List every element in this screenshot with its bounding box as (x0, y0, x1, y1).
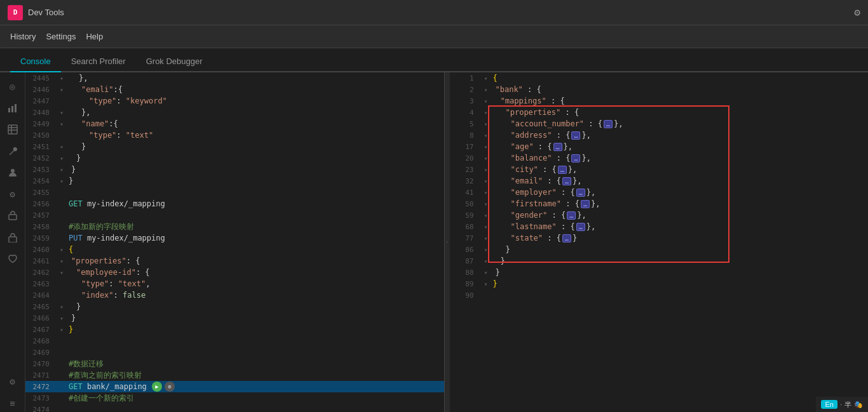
table-row: 2458 #添加新的字段映射 (25, 221, 444, 232)
right-code-area: 1 ▾ { 2 ▾ "bank" : { 3 ▾ "mappings" : { (450, 72, 869, 412)
table-row: 2448 ▾ }, (25, 107, 444, 118)
bottom-bar: En · 半 🎭 (816, 397, 868, 412)
menu-bar: History Settings Help (0, 25, 868, 48)
sidebar-icon-search[interactable]: ◎ (4, 77, 22, 95)
table-row: 2455 (25, 187, 444, 198)
table-row: 20 ▾ "balance" : {…}, (450, 152, 869, 164)
editor-splitter[interactable]: · (445, 72, 450, 412)
svg-rect-0 (8, 108, 10, 112)
sidebar-icon-wrench[interactable] (4, 142, 22, 160)
table-row: 50 ▾ "firstname" : {…}, (450, 198, 869, 209)
table-row: 2466 ▾ } (25, 312, 444, 324)
editors-container: 2445 ▾ }, 2446 ▾ "emali":{ 2447 "type": … (25, 72, 868, 412)
sidebar-icon-heart[interactable] (4, 250, 22, 268)
line-actions: ▶ ⊙ (152, 382, 175, 392)
main-layout: ◎ ⚙ ⚙ ≡ 2445 (0, 72, 868, 412)
table-row: 77 ▾ "state" : {…} (450, 232, 869, 244)
svg-rect-8 (9, 215, 17, 220)
sidebar-icon-lock[interactable] (4, 229, 22, 246)
half-width-label: 半 (844, 400, 851, 409)
table-row: 2464 "index": false (25, 289, 444, 301)
right-editor[interactable]: 1 ▾ { 2 ▾ "bank" : { 3 ▾ "mappings" : { (450, 72, 869, 412)
table-row: 2445 ▾ }, (25, 72, 444, 84)
settings-gear-icon[interactable]: ⚙ (854, 6, 860, 18)
table-row: 41 ▾ "employer" : {…}, (450, 187, 869, 198)
sidebar-icon-gear[interactable]: ⚙ (4, 185, 22, 203)
menu-settings[interactable]: Settings (46, 32, 76, 41)
tab-console[interactable]: Console (10, 51, 61, 72)
svg-rect-3 (8, 125, 17, 134)
sidebar-icon-user[interactable] (4, 164, 22, 182)
table-row: 3 ▾ "mappings" : { (450, 95, 869, 107)
run-button[interactable]: ▶ (152, 382, 162, 392)
sidebar-icon-plugin[interactable] (4, 207, 22, 225)
table-row: 2468 (25, 335, 444, 347)
svg-rect-2 (15, 104, 17, 112)
table-row: 2 ▾ "bank" : { (450, 84, 869, 95)
top-bar: D Dev Tools ⚙ (0, 0, 868, 25)
sidebar-icon-settings-bottom[interactable]: ⚙ (4, 373, 22, 390)
table-row: 2474 (25, 404, 444, 412)
table-row: 2454 ▾ } (25, 175, 444, 187)
table-row: 86 ▾ } (450, 244, 869, 255)
table-row: 2449 ▾ "name":{ (25, 118, 444, 130)
svg-rect-1 (11, 106, 13, 112)
table-row: 2452 ▾ } (25, 152, 444, 164)
svg-rect-9 (9, 237, 17, 243)
left-code-area: 2445 ▾ }, 2446 ▾ "emali":{ 2447 "type": … (25, 72, 444, 412)
left-editor[interactable]: 2445 ▾ }, 2446 ▾ "emali":{ 2447 "type": … (25, 72, 445, 412)
table-row: 89 ▾ } (450, 278, 869, 289)
table-row: 2457 (25, 209, 444, 221)
table-row: 88 ▾ } (450, 267, 869, 278)
table-row: 2469 (25, 347, 444, 358)
table-row: 2467 ▾ } (25, 324, 444, 335)
table-row: 68 ▾ "lastname" : {…}, (450, 221, 869, 232)
table-row: 4 ▾ "properties" : { (450, 107, 869, 118)
table-row: 2471 #查询之前的索引映射 (25, 369, 444, 381)
emoji-icon: 🎭 (854, 401, 863, 409)
tabs-bar: Console Search Profiler Grok Debugger (0, 48, 868, 72)
table-row: 2473 #创建一个新的索引 (25, 392, 444, 404)
menu-history[interactable]: History (10, 32, 36, 41)
tab-search-profiler[interactable]: Search Profiler (61, 51, 136, 72)
app-icon-letter: D (13, 8, 18, 17)
sidebar-icon-table[interactable] (4, 121, 22, 138)
table-row: 2461 ▾ "properties": { (25, 255, 444, 267)
table-row: 2472 GET bank/_mapping ▶ ⊙ (25, 381, 444, 392)
app-title: Dev Tools (28, 8, 854, 17)
table-row: 2446 ▾ "emali":{ (25, 84, 444, 95)
info-button[interactable]: ⊙ (165, 382, 175, 392)
table-row: 23 ▾ "city" : {…}, (450, 164, 869, 175)
table-row: 2462 ▾ "employee-id": { (25, 267, 444, 278)
table-row: 90 (450, 289, 869, 301)
sidebar-icon-chart[interactable] (4, 99, 22, 117)
table-row: 1 ▾ { (450, 72, 869, 84)
language-badge[interactable]: En (821, 400, 837, 409)
table-row: 8 ▾ "address" : {…}, (450, 130, 869, 141)
table-row: 2450 "type": "text" (25, 130, 444, 141)
table-row: 2451 ▾ } (25, 141, 444, 152)
menu-help[interactable]: Help (86, 32, 103, 41)
table-row: 5 ▾ "account_number" : {…}, (450, 118, 869, 130)
table-row: 59 ▾ "gender" : {…}, (450, 209, 869, 221)
table-row: 32 ▾ "email" : {…}, (450, 175, 869, 187)
svg-point-7 (11, 169, 15, 173)
table-row: 87 ▾ } (450, 255, 869, 267)
table-row: 2463 "type": "text", (25, 278, 444, 289)
app-icon: D (8, 5, 23, 20)
table-row: 2470 #数据迁移 (25, 358, 444, 369)
table-row: 17 ▾ "age" : {…}, (450, 141, 869, 152)
table-row: 2447 "type": "keyword" (25, 95, 444, 107)
tab-grok-debugger[interactable]: Grok Debugger (136, 51, 213, 72)
sidebar-icon-hamburger[interactable]: ≡ (4, 394, 22, 412)
table-row: 2456 GET my-index/_mapping (25, 198, 444, 209)
table-row: 2465 ▾ } (25, 301, 444, 312)
separator: · (840, 401, 842, 408)
table-row: 2459 PUT my-index/_mapping (25, 232, 444, 244)
table-row: 2460 ▾ { (25, 244, 444, 255)
sidebar: ◎ ⚙ ⚙ ≡ (0, 72, 25, 412)
table-row: 2453 ▾ } (25, 164, 444, 175)
